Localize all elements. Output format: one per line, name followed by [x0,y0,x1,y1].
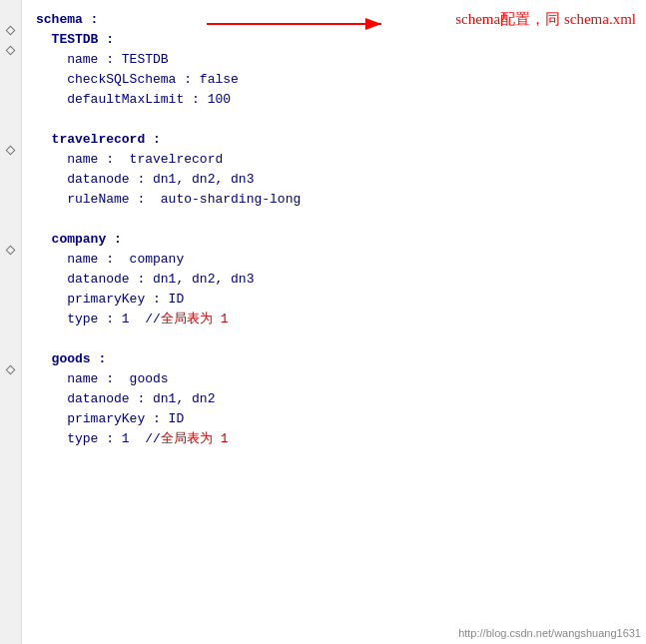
watermark: http://blog.csdn.net/wangshuang1631 [458,627,641,639]
code-text-6: travelrecord : [36,130,161,150]
code-line-7: name : travelrecord [36,150,636,170]
gutter-cell-11[interactable] [0,240,21,260]
gutter-cell-7 [0,160,21,180]
code-line-12: name : company [36,250,636,270]
gutter-cell-16 [0,339,21,359]
gutter-cell-1[interactable] [0,40,21,60]
code-line-15: type : 1 //全局表为 1 [36,310,636,329]
annotation-arrow [207,12,406,47]
gutter-cell-6[interactable] [0,140,21,160]
annotation-box: schema配置，同 schema.xml [455,8,636,31]
code-line-5 [36,110,636,130]
gutter-cell-17[interactable] [0,359,21,379]
gutter-cell-3 [0,80,21,100]
code-text-1: TESTDB : [36,30,114,50]
gutter-cell-12 [0,260,21,280]
code-text-11: company : [36,230,122,250]
code-line-16 [36,329,636,349]
code-text-12: name : company [36,250,184,270]
gutter-cell-14 [0,300,21,320]
code-line-8: datanode : dn1, dn2, dn3 [36,170,636,190]
code-text-8: datanode : dn1, dn2, dn3 [36,170,254,190]
gutter-cell-19 [0,399,21,419]
gutter-cell-21 [0,439,21,459]
code-comment-15: 全局表为 1 [161,310,229,329]
code-line-2: name : TESTDB [36,50,636,70]
code-line-14: primaryKey : ID [36,290,636,310]
code-text-14: primaryKey : ID [36,290,184,310]
gutter-cell-4 [0,100,21,120]
code-line-3: checkSQLSchema : false [36,70,636,90]
gutter-cell-5 [0,120,21,140]
code-line-13: datanode : dn1, dn2, dn3 [36,270,636,290]
code-line-10 [36,210,636,230]
gutter-cell-2 [0,60,21,80]
code-text-21a: type : 1 // [36,429,161,449]
code-text-17: goods : [36,349,106,369]
code-text-2: name : TESTDB [36,50,169,70]
code-area[interactable]: schema配置，同 schema.xml schema : TESTDB : … [22,0,646,644]
fold-icon-0[interactable] [6,25,16,35]
code-text-19: datanode : dn1, dn2 [36,389,215,409]
code-text-4: defaultMaxLimit : 100 [36,90,231,110]
fold-icon-11[interactable] [6,245,16,255]
code-line-21: type : 1 //全局表为 1 [36,429,636,449]
fold-icon-17[interactable] [6,364,16,374]
code-comment-21: 全局表为 1 [161,429,229,449]
code-line-11: company : [36,230,636,250]
code-text-3: checkSQLSchema : false [36,70,239,90]
gutter-cell-18 [0,379,21,399]
code-line-20: primaryKey : ID [36,409,636,429]
gutter-cell-9 [0,200,21,220]
code-text-18: name : goods [36,369,169,389]
fold-icon-6[interactable] [6,145,16,155]
code-line-9: ruleName : auto-sharding-long [36,190,636,210]
code-text-7: name : travelrecord [36,150,223,170]
gutter-cell-0[interactable] [0,20,21,40]
gutter [0,0,22,644]
gutter-cell-15 [0,320,21,339]
code-line-19: datanode : dn1, dn2 [36,389,636,409]
code-text-13: datanode : dn1, dn2, dn3 [36,270,254,290]
code-line-18: name : goods [36,369,636,389]
code-line-4: defaultMaxLimit : 100 [36,90,636,110]
code-text-20: primaryKey : ID [36,409,184,429]
gutter-cell-8 [0,180,21,200]
gutter-rows [0,10,21,459]
code-line-6: travelrecord : [36,130,636,150]
code-text-9: ruleName : auto-sharding-long [36,190,301,210]
gutter-cell-10 [0,220,21,240]
code-line-17: goods : [36,349,636,369]
gutter-cell-13 [0,280,21,300]
annotation-text: schema配置，同 schema.xml [455,8,636,31]
fold-icon-1[interactable] [6,45,16,55]
code-text-15a: type : 1 // [36,310,161,329]
gutter-cell-20 [0,419,21,439]
editor-container: schema配置，同 schema.xml schema : TESTDB : … [0,0,646,644]
code-text-0: schema : [36,10,98,30]
